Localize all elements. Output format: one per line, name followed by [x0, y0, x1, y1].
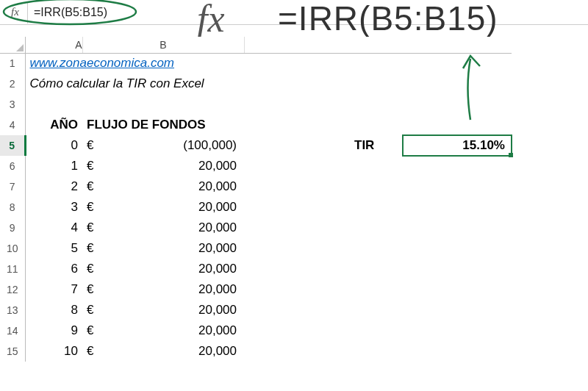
row-header[interactable]: 13: [0, 300, 25, 320]
row-header[interactable]: 12: [0, 279, 25, 300]
cell-amount[interactable]: 20,000: [162, 238, 244, 259]
row-header[interactable]: 7: [0, 176, 25, 197]
row-header[interactable]: 4: [0, 115, 25, 135]
col-header-a[interactable]: A: [25, 37, 82, 53]
cell-amount[interactable]: 20,000: [162, 197, 244, 218]
formula-callout: =IRR(B5:B15): [278, 0, 498, 38]
cell-year[interactable]: 9: [25, 320, 82, 341]
cell-year[interactable]: 10: [25, 341, 82, 362]
cell-year[interactable]: 3: [25, 197, 82, 218]
row-header[interactable]: 8: [0, 197, 25, 218]
column-header-row: A B: [0, 37, 512, 53]
cell-amount[interactable]: (100,000): [162, 135, 244, 156]
cell-year[interactable]: 7: [25, 279, 82, 300]
cell-amount[interactable]: 20,000: [162, 218, 244, 238]
cell-currency-symbol[interactable]: €: [82, 238, 162, 259]
cell-year[interactable]: 1: [25, 156, 82, 176]
spreadsheet-grid: A B 1 www.zonaeconomica.com 2 Cómo calcu…: [0, 37, 588, 362]
cell-currency-symbol[interactable]: €: [82, 300, 162, 320]
cell-empty[interactable]: [25, 94, 512, 115]
cell-currency-symbol[interactable]: €: [82, 320, 162, 341]
cell-tir-label[interactable]: TIR: [350, 135, 403, 156]
cell-amount[interactable]: 20,000: [162, 156, 244, 176]
cell-amount[interactable]: 20,000: [162, 176, 244, 197]
cell-year-header[interactable]: AÑO: [25, 115, 82, 135]
cell-amount[interactable]: 20,000: [162, 320, 244, 341]
cell-currency-symbol[interactable]: €: [82, 156, 162, 176]
fx-button[interactable]: fx: [3, 1, 28, 24]
row-header[interactable]: 6: [0, 156, 25, 176]
cell-year[interactable]: 8: [25, 300, 82, 320]
fx-icon: fx: [11, 6, 19, 18]
row-header[interactable]: 5: [0, 135, 25, 156]
row-header[interactable]: 1: [0, 53, 25, 73]
row-header[interactable]: 2: [0, 73, 25, 94]
row-header[interactable]: 14: [0, 320, 25, 341]
cell-currency-symbol[interactable]: €: [82, 135, 162, 156]
select-all-triangle[interactable]: [0, 37, 25, 53]
col-header-b[interactable]: B: [82, 37, 244, 53]
cell-amount[interactable]: 20,000: [162, 300, 244, 320]
row-header[interactable]: 3: [0, 94, 25, 115]
cell-subtitle[interactable]: Cómo calcular la TIR con Excel: [25, 73, 297, 94]
row-header[interactable]: 10: [0, 238, 25, 259]
cell-currency-symbol[interactable]: €: [82, 341, 162, 362]
cell-currency-symbol[interactable]: €: [82, 259, 162, 279]
cell-currency-symbol[interactable]: €: [82, 279, 162, 300]
cell-year[interactable]: 4: [25, 218, 82, 238]
cell-currency-symbol[interactable]: €: [82, 218, 162, 238]
cell-tir-value[interactable]: 15.10%: [403, 135, 512, 156]
cell-year[interactable]: 6: [25, 259, 82, 279]
cell-flow-header[interactable]: FLUJO DE FONDOS: [82, 115, 244, 135]
row-header[interactable]: 11: [0, 259, 25, 279]
cell-amount[interactable]: 20,000: [162, 279, 244, 300]
cell-year[interactable]: 2: [25, 176, 82, 197]
cell-amount[interactable]: 20,000: [162, 341, 244, 362]
row-header[interactable]: 9: [0, 218, 25, 238]
row-header[interactable]: 15: [0, 341, 25, 362]
cell-year[interactable]: 0: [25, 135, 82, 156]
cell-amount[interactable]: 20,000: [162, 259, 244, 279]
formula-input[interactable]: =IRR(B5:B15): [28, 4, 131, 21]
cell-currency-symbol[interactable]: €: [82, 176, 162, 197]
fx-icon-large: fx: [197, 0, 225, 40]
cell-year[interactable]: 5: [25, 238, 82, 259]
cell-currency-symbol[interactable]: €: [82, 197, 162, 218]
cell-link[interactable]: www.zonaeconomica.com: [25, 53, 244, 73]
